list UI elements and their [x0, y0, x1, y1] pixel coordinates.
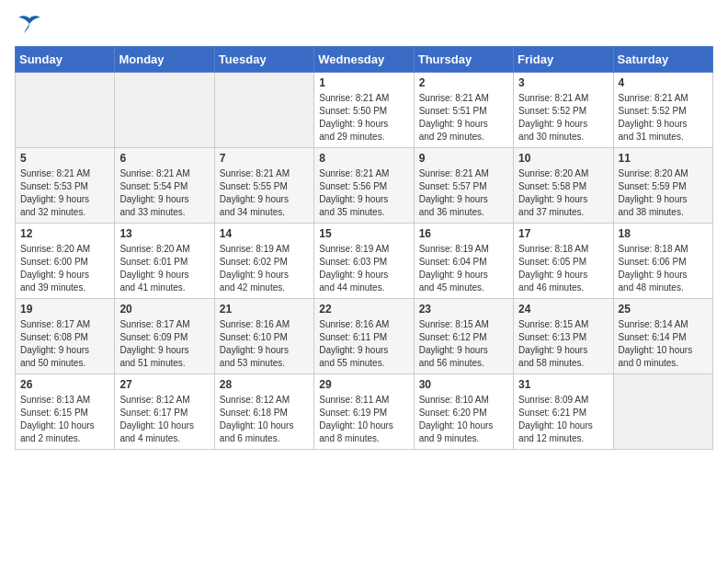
calendar-cell: 2Sunrise: 8:21 AM Sunset: 5:51 PM Daylig…: [414, 73, 513, 148]
day-number: 30: [419, 378, 508, 391]
calendar-cell: [115, 73, 214, 148]
calendar-header-row: Sunday Monday Tuesday Wednesday Thursday…: [16, 47, 713, 73]
calendar-week-row: 26Sunrise: 8:13 AM Sunset: 6:15 PM Dayli…: [16, 374, 713, 450]
day-info: Sunrise: 8:21 AM Sunset: 5:55 PM Dayligh…: [220, 167, 309, 219]
day-info: Sunrise: 8:12 AM Sunset: 6:17 PM Dayligh…: [119, 394, 209, 445]
day-info: Sunrise: 8:18 AM Sunset: 6:05 PM Dayligh…: [518, 243, 608, 294]
day-number: 22: [319, 303, 408, 316]
day-number: 12: [20, 227, 109, 240]
day-info: Sunrise: 8:17 AM Sunset: 6:08 PM Dayligh…: [20, 318, 109, 370]
day-info: Sunrise: 8:21 AM Sunset: 5:54 PM Dayligh…: [119, 167, 209, 219]
day-number: 31: [518, 378, 608, 391]
day-info: Sunrise: 8:19 AM Sunset: 6:04 PM Dayligh…: [419, 243, 508, 294]
day-number: 2: [419, 76, 508, 89]
calendar-cell: 3Sunrise: 8:21 AM Sunset: 5:52 PM Daylig…: [514, 73, 613, 148]
day-number: 23: [419, 303, 508, 316]
calendar-cell: [16, 73, 115, 148]
calendar-cell: 22Sunrise: 8:16 AM Sunset: 6:11 PM Dayli…: [314, 299, 414, 374]
day-info: Sunrise: 8:15 AM Sunset: 6:12 PM Dayligh…: [419, 318, 508, 370]
calendar-cell: 16Sunrise: 8:19 AM Sunset: 6:04 PM Dayli…: [414, 224, 513, 299]
day-info: Sunrise: 8:20 AM Sunset: 5:59 PM Dayligh…: [619, 167, 708, 219]
calendar-cell: 28Sunrise: 8:12 AM Sunset: 6:18 PM Dayli…: [214, 374, 313, 450]
day-info: Sunrise: 8:12 AM Sunset: 6:18 PM Dayligh…: [220, 394, 309, 445]
calendar-cell: 26Sunrise: 8:13 AM Sunset: 6:15 PM Dayli…: [16, 374, 115, 450]
col-saturday: Saturday: [613, 47, 712, 73]
calendar-cell: 14Sunrise: 8:19 AM Sunset: 6:02 PM Dayli…: [214, 224, 313, 299]
calendar-cell: [214, 73, 313, 148]
calendar-cell: 29Sunrise: 8:11 AM Sunset: 6:19 PM Dayli…: [314, 374, 414, 450]
day-number: 9: [419, 152, 508, 165]
day-info: Sunrise: 8:15 AM Sunset: 6:13 PM Dayligh…: [518, 318, 608, 370]
day-info: Sunrise: 8:21 AM Sunset: 5:52 PM Dayligh…: [619, 92, 708, 144]
day-number: 19: [20, 303, 109, 316]
day-number: 15: [319, 227, 408, 240]
day-info: Sunrise: 8:18 AM Sunset: 6:06 PM Dayligh…: [619, 243, 708, 294]
day-number: 4: [619, 76, 708, 89]
day-number: 1: [319, 76, 408, 89]
col-monday: Monday: [115, 47, 214, 73]
day-number: 16: [419, 227, 508, 240]
day-info: Sunrise: 8:17 AM Sunset: 6:09 PM Dayligh…: [119, 318, 209, 370]
day-number: 25: [619, 303, 708, 316]
col-wednesday: Wednesday: [314, 47, 414, 73]
calendar-cell: 19Sunrise: 8:17 AM Sunset: 6:08 PM Dayli…: [16, 299, 115, 374]
day-number: 26: [20, 378, 109, 391]
calendar-cell: 10Sunrise: 8:20 AM Sunset: 5:58 PM Dayli…: [514, 148, 613, 224]
calendar-cell: 27Sunrise: 8:12 AM Sunset: 6:17 PM Dayli…: [115, 374, 214, 450]
day-info: Sunrise: 8:20 AM Sunset: 6:01 PM Dayligh…: [119, 243, 209, 294]
day-info: Sunrise: 8:21 AM Sunset: 5:51 PM Dayligh…: [419, 92, 508, 144]
calendar-cell: 5Sunrise: 8:21 AM Sunset: 5:53 PM Daylig…: [16, 148, 115, 224]
day-number: 24: [518, 303, 608, 316]
day-number: 28: [220, 378, 309, 391]
day-number: 21: [220, 303, 309, 316]
calendar-cell: 20Sunrise: 8:17 AM Sunset: 6:09 PM Dayli…: [115, 299, 214, 374]
calendar-cell: 30Sunrise: 8:10 AM Sunset: 6:20 PM Dayli…: [414, 374, 513, 450]
calendar-week-row: 1Sunrise: 8:21 AM Sunset: 5:50 PM Daylig…: [16, 73, 713, 148]
calendar-week-row: 19Sunrise: 8:17 AM Sunset: 6:08 PM Dayli…: [16, 299, 713, 374]
calendar-cell: 15Sunrise: 8:19 AM Sunset: 6:03 PM Dayli…: [314, 224, 414, 299]
calendar-cell: 11Sunrise: 8:20 AM Sunset: 5:59 PM Dayli…: [613, 148, 712, 224]
day-info: Sunrise: 8:19 AM Sunset: 6:02 PM Dayligh…: [220, 243, 309, 294]
day-info: Sunrise: 8:14 AM Sunset: 6:14 PM Dayligh…: [619, 318, 708, 370]
day-number: 11: [619, 152, 708, 165]
calendar-cell: 24Sunrise: 8:15 AM Sunset: 6:13 PM Dayli…: [514, 299, 613, 374]
day-number: 20: [119, 303, 209, 316]
day-info: Sunrise: 8:10 AM Sunset: 6:20 PM Dayligh…: [419, 394, 508, 445]
day-number: 5: [20, 152, 109, 165]
day-info: Sunrise: 8:20 AM Sunset: 5:58 PM Dayligh…: [518, 167, 608, 219]
calendar-cell: 21Sunrise: 8:16 AM Sunset: 6:10 PM Dayli…: [214, 299, 313, 374]
page-header: [15, 15, 713, 35]
day-info: Sunrise: 8:20 AM Sunset: 6:00 PM Dayligh…: [20, 243, 109, 294]
day-number: 29: [319, 378, 408, 391]
day-info: Sunrise: 8:21 AM Sunset: 5:56 PM Dayligh…: [319, 167, 408, 219]
day-info: Sunrise: 8:13 AM Sunset: 6:15 PM Dayligh…: [20, 394, 109, 445]
calendar-cell: 7Sunrise: 8:21 AM Sunset: 5:55 PM Daylig…: [214, 148, 313, 224]
day-number: 6: [119, 152, 209, 165]
logo-bird-icon: [17, 15, 42, 39]
day-info: Sunrise: 8:21 AM Sunset: 5:50 PM Dayligh…: [319, 92, 408, 144]
day-info: Sunrise: 8:09 AM Sunset: 6:21 PM Dayligh…: [518, 394, 608, 445]
day-number: 3: [518, 76, 608, 89]
calendar-week-row: 12Sunrise: 8:20 AM Sunset: 6:00 PM Dayli…: [16, 224, 713, 299]
calendar-cell: 12Sunrise: 8:20 AM Sunset: 6:00 PM Dayli…: [16, 224, 115, 299]
calendar-cell: 6Sunrise: 8:21 AM Sunset: 5:54 PM Daylig…: [115, 148, 214, 224]
day-info: Sunrise: 8:11 AM Sunset: 6:19 PM Dayligh…: [319, 394, 408, 445]
day-number: 13: [119, 227, 209, 240]
calendar-cell: 13Sunrise: 8:20 AM Sunset: 6:01 PM Dayli…: [115, 224, 214, 299]
logo: [15, 15, 42, 35]
calendar-cell: 23Sunrise: 8:15 AM Sunset: 6:12 PM Dayli…: [414, 299, 513, 374]
day-number: 7: [220, 152, 309, 165]
calendar-cell: 18Sunrise: 8:18 AM Sunset: 6:06 PM Dayli…: [613, 224, 712, 299]
calendar-table: Sunday Monday Tuesday Wednesday Thursday…: [15, 46, 713, 450]
col-thursday: Thursday: [414, 47, 513, 73]
calendar-cell: 1Sunrise: 8:21 AM Sunset: 5:50 PM Daylig…: [314, 73, 414, 148]
day-info: Sunrise: 8:16 AM Sunset: 6:11 PM Dayligh…: [319, 318, 408, 370]
day-number: 14: [220, 227, 309, 240]
day-info: Sunrise: 8:21 AM Sunset: 5:53 PM Dayligh…: [20, 167, 109, 219]
calendar-cell: 4Sunrise: 8:21 AM Sunset: 5:52 PM Daylig…: [613, 73, 712, 148]
day-number: 10: [518, 152, 608, 165]
calendar-cell: 9Sunrise: 8:21 AM Sunset: 5:57 PM Daylig…: [414, 148, 513, 224]
col-sunday: Sunday: [16, 47, 115, 73]
calendar-cell: 25Sunrise: 8:14 AM Sunset: 6:14 PM Dayli…: [613, 299, 712, 374]
day-number: 17: [518, 227, 608, 240]
